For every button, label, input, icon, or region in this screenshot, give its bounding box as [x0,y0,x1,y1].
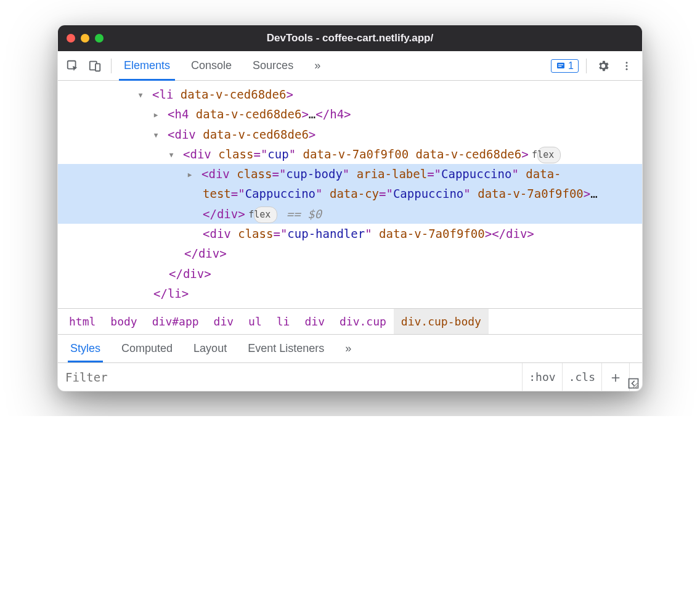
crumb-li[interactable]: li [269,309,298,334]
panel-tabs: Elements Console Sources » [119,51,325,80]
dom-node-h4[interactable]: <h4 data-v-ced68de6>…</h4> [58,104,642,124]
breadcrumbs: html body div#app div ul li div div.cup … [58,308,642,334]
minimize-icon[interactable] [81,34,89,43]
close-icon[interactable] [67,34,75,43]
separator [111,59,112,73]
tab-elements[interactable]: Elements [119,51,175,80]
main-toolbar: Elements Console Sources » 1 [58,51,642,81]
subtab-event-listeners[interactable]: Event Listeners [239,335,333,362]
tab-sources[interactable]: Sources [248,51,298,80]
new-style-rule-button[interactable]: ＋ [601,363,629,391]
svg-point-8 [626,68,628,70]
svg-rect-3 [557,62,564,68]
tabs-overflow[interactable]: » [309,51,325,80]
dom-tree[interactable]: <li data-v-ced68de6> <h4 data-v-ced68de6… [58,81,642,308]
more-icon[interactable] [617,60,636,72]
styles-tabs: Styles Computed Layout Event Listeners » [58,334,642,362]
crumb-div[interactable]: div [206,309,242,334]
crumb-div-cup-body[interactable]: div.cup-body [394,309,489,334]
crumb-div2[interactable]: div [297,309,332,334]
resize-handle-icon[interactable] [631,381,640,390]
zoom-icon[interactable] [95,34,104,43]
svg-rect-4 [558,64,563,65]
dom-close-div[interactable]: </div> [58,243,642,263]
subtab-styles[interactable]: Styles [62,335,109,362]
device-toggle-icon[interactable] [86,57,104,75]
dom-close-li[interactable]: </li> [58,284,642,303]
inspect-icon[interactable] [64,57,81,75]
dom-node-div[interactable]: <div data-v-ced68de6> [58,125,642,144]
svg-point-7 [626,65,628,67]
svg-rect-5 [558,66,561,67]
settings-icon[interactable] [594,59,612,73]
crumb-html[interactable]: html [62,309,103,334]
svg-rect-2 [96,63,100,71]
flex-badge[interactable]: flex [254,206,277,224]
titlebar: DevTools - coffee-cart.netlify.app/ [58,25,642,51]
subtab-layout[interactable]: Layout [185,335,235,362]
styles-filter-input[interactable] [58,363,522,391]
dom-node-cup-handler[interactable]: <div class="cup-handler" data-v-7a0f9f00… [58,224,642,243]
traffic-lights [67,34,104,43]
dom-close-div[interactable]: </div> [58,264,642,284]
devtools-window: DevTools - coffee-cart.netlify.app/ Elem… [57,25,643,391]
dom-node-li[interactable]: <li data-v-ced68de6> [58,84,642,104]
subtab-computed[interactable]: Computed [113,335,181,362]
crumb-div-app[interactable]: div#app [145,309,206,334]
dom-node-cup[interactable]: <div class="cup" data-v-7a0f9f00 data-v-… [58,144,642,164]
hov-toggle[interactable]: :hov [522,363,561,391]
subtabs-overflow[interactable]: » [336,335,360,362]
crumb-ul[interactable]: ul [241,309,269,334]
console-ref: == $0 [287,207,322,221]
svg-point-6 [626,62,628,63]
issues-badge[interactable]: 1 [551,59,579,73]
issues-count: 1 [568,60,574,72]
window-title: DevTools - coffee-cart.netlify.app/ [58,32,642,44]
cls-toggle[interactable]: .cls [562,363,601,391]
crumb-body[interactable]: body [103,309,144,334]
dom-node-cup-body-selected[interactable]: <div class="cup-body" aria-label="Cappuc… [58,164,642,224]
flex-badge[interactable]: flex [537,147,561,164]
styles-filter-bar: :hov .cls ＋ [58,362,642,391]
separator [586,59,587,73]
tab-console[interactable]: Console [186,51,237,80]
crumb-div-cup[interactable]: div.cup [332,309,394,334]
